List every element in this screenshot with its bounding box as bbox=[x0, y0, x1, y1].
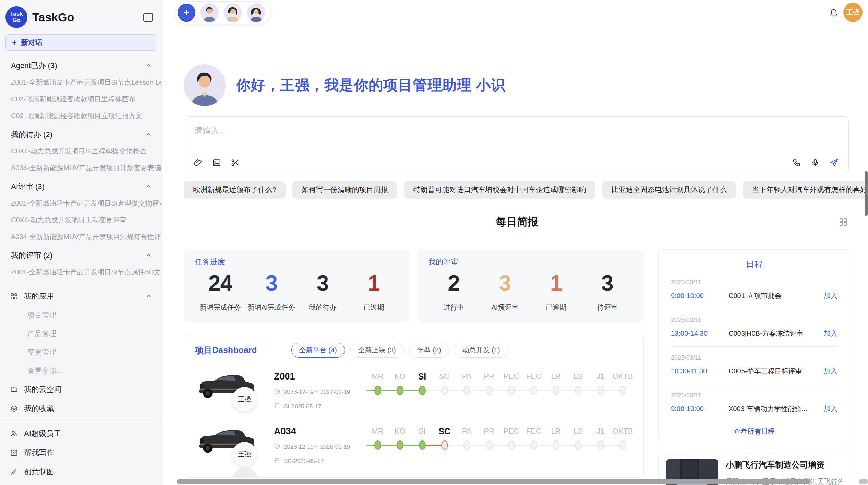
sidebar-item[interactable]: Z001-全新燃油轻卡产品开发项目SI节点属性5D文件评审 bbox=[0, 264, 161, 281]
schedule-event: 2025/03/1110:30-11:30C005-整车工程目标评审加入 bbox=[671, 347, 837, 384]
join-button[interactable]: 加入 bbox=[824, 329, 837, 338]
sidebar-item-my-apps[interactable]: 我的应用 bbox=[0, 287, 161, 306]
user-avatar[interactable]: 王强 bbox=[843, 3, 863, 22]
section-label: 我的待办 (2) bbox=[11, 129, 146, 140]
sidebar-section-header[interactable]: Agent已办 (3) bbox=[0, 55, 161, 74]
sidebar-item-creative-drawing[interactable]: 创意制图 bbox=[0, 462, 161, 482]
project-info: A0342023-12-19 ~ 2026-01-19SC-2025-05-17 bbox=[274, 425, 366, 465]
milestone-dot bbox=[575, 440, 582, 450]
project-flag-date: SI-2025-05-17 bbox=[284, 403, 321, 410]
milestone-label: OKTB bbox=[612, 426, 634, 436]
project-row[interactable]: 王强A0342023-12-19 ~ 2026-01-19SC-2025-05-… bbox=[195, 425, 632, 467]
milestone-label: KO bbox=[389, 426, 411, 436]
sidebar-item[interactable]: C0X4-动力总成开发项目工程变更评审 bbox=[0, 212, 161, 228]
sidebar-subitem-view-all-apps[interactable]: 查看全部... bbox=[0, 361, 161, 380]
sidebar-sections: Agent已办 (3)Z001-全新燃油皮卡产品开发项目SI节点Lesson L… bbox=[0, 55, 161, 281]
milestone-labels: MRKOSISCPAPRPECFECLRLSJ1OKTB bbox=[366, 371, 634, 382]
stat-label: 新增完成任务 bbox=[195, 303, 246, 312]
milestone-dot bbox=[419, 386, 426, 395]
attachment-icon[interactable] bbox=[194, 158, 203, 167]
sidebar-item[interactable]: C02-飞腾新能源轻客改款项目里程碑画布 bbox=[0, 91, 161, 108]
sidebar-item[interactable]: C02-飞腾新能源轻客改款项目立项汇报方案 bbox=[0, 108, 161, 124]
stat: 3我的待办 bbox=[297, 269, 348, 312]
notification-bell-icon[interactable] bbox=[829, 8, 839, 18]
stat-value: 1 bbox=[348, 271, 399, 295]
sidebar-item-cloud-space[interactable]: 我的云空间 bbox=[0, 380, 161, 399]
project-list: 王强Z0012023-12-19 ~ 2027-01-19SI-2025-05-… bbox=[195, 370, 632, 467]
milestone-dot bbox=[530, 386, 537, 395]
join-button[interactable]: 加入 bbox=[824, 291, 837, 300]
project-flag-milestone: SI-2025-05-17 bbox=[274, 402, 366, 411]
suggestion-chip[interactable]: 欧洲新规最近颁布了什么? bbox=[184, 181, 286, 199]
stat: 3新增AI完成任务 bbox=[246, 269, 297, 312]
join-button[interactable]: 加入 bbox=[824, 404, 837, 413]
dashboard-tab[interactable]: 全新平台 (4) bbox=[291, 343, 345, 358]
mic-icon[interactable] bbox=[811, 158, 820, 167]
milestone-label: PEC bbox=[500, 426, 522, 436]
sidebar-item-favorites[interactable]: 我的收藏 bbox=[0, 399, 161, 418]
left-column: 任务进度24新增完成任务3新增AI完成任务3我的待办1已逾期我的评审2进行中3A… bbox=[184, 249, 644, 478]
logo-line2: Go bbox=[12, 17, 21, 23]
suggestion-chip[interactable]: 如何写一份清晰的项目周报 bbox=[292, 181, 397, 199]
milestone-label: MR bbox=[366, 426, 389, 436]
sidebar-subitem-product-mgmt[interactable]: 产品管理 bbox=[0, 324, 161, 343]
image-icon[interactable] bbox=[212, 158, 221, 167]
milestone-dot bbox=[619, 386, 626, 395]
milestone-label: LS bbox=[567, 426, 589, 436]
event-row: 9:00-10:00C001-立项审批会加入 bbox=[671, 291, 837, 300]
agent-avatar-1[interactable] bbox=[200, 3, 219, 22]
schedule-event: 2025/03/119:00-10:00X003-车辆动力学性能验...加入 bbox=[671, 384, 837, 422]
greeting-block: 你好，王强，我是你的项目管理助理 小识 bbox=[184, 64, 506, 106]
event-name: C001-立项审批会 bbox=[728, 291, 824, 300]
sidebar-section-header[interactable]: 我的待办 (2) bbox=[0, 124, 161, 143]
sidebar-section-header[interactable]: 我的评审 (2) bbox=[0, 245, 161, 264]
join-button[interactable]: 加入 bbox=[824, 366, 837, 376]
chat-input[interactable] bbox=[194, 124, 839, 147]
sidebar-item[interactable]: Z001-全新燃油皮卡产品开发项目SI节点Lesson Learn报告 bbox=[0, 74, 161, 91]
phone-icon[interactable] bbox=[792, 158, 801, 167]
project-row[interactable]: 王强Z0012023-12-19 ~ 2027-01-19SI-2025-05-… bbox=[195, 370, 632, 412]
horizontal-scrollbar-thumb[interactable] bbox=[177, 479, 811, 484]
sidebar-item[interactable]: A034-全新新能源MUV产品开发项目计划变更表编写 bbox=[0, 160, 161, 176]
event-row: 9:00-10:00X003-车辆动力学性能验...加入 bbox=[671, 404, 837, 413]
dashboard-tab[interactable]: 年型 (2) bbox=[409, 343, 449, 358]
milestone-label: FEC bbox=[522, 426, 545, 436]
dashboard-tab[interactable]: 动总开发 (1) bbox=[455, 343, 508, 358]
sidebar-item-ai-super-staff[interactable]: AI超级员工 bbox=[0, 424, 161, 443]
sidebar-item[interactable]: Z001-全新燃油轻卡产品开发项目SI造型提交物评审 bbox=[0, 195, 161, 212]
agent-avatar-2[interactable] bbox=[224, 3, 242, 22]
sidebar-item-help-me-write[interactable]: 帮我写作 bbox=[0, 443, 161, 462]
assistant-avatar bbox=[184, 64, 226, 106]
milestone-timeline: MRKOSISCPAPRPECFECLRLSJ1OKTB bbox=[366, 370, 634, 397]
milestone-dot bbox=[597, 440, 604, 450]
vertical-scrollbar-thumb[interactable] bbox=[865, 171, 868, 216]
milestone-label: J1 bbox=[589, 426, 612, 436]
event-date: 2025/03/11 bbox=[671, 392, 837, 399]
sidebar-section-header[interactable]: AI评审 (3) bbox=[0, 176, 161, 195]
layout-grid-icon[interactable] bbox=[839, 217, 848, 227]
milestone-dot bbox=[441, 386, 448, 395]
event-time: 13:00-14:30 bbox=[671, 329, 728, 337]
project-dashboard-card: 项目Dashboard 全新平台 (4)全新上装 (3)年型 (2)动总开发 (… bbox=[184, 334, 644, 478]
sidebar-item[interactable]: C0X4-动力总成开发项目SI里程碑提交物检查 bbox=[0, 143, 161, 160]
suggestion-chip[interactable]: 特朗普可能对进口汽车增税会对中国车企造成哪些影响 bbox=[404, 181, 595, 199]
sidebar-subitem-change-mgmt[interactable]: 变更管理 bbox=[0, 343, 161, 361]
suggestion-chip[interactable]: 比亚迪全固态电池计划具体说了什么 bbox=[602, 181, 736, 199]
view-all-schedule-link[interactable]: 查看所有日程 bbox=[659, 422, 850, 444]
new-chat-button[interactable]: + 新对话 bbox=[5, 34, 156, 51]
sidebar-subitem-project-mgmt[interactable]: 项目管理 bbox=[0, 306, 161, 324]
next-row-peek bbox=[232, 468, 258, 478]
horizontal-scrollbar-end[interactable] bbox=[859, 479, 868, 484]
send-icon[interactable] bbox=[829, 158, 839, 167]
my-apps-label: 我的应用 bbox=[24, 291, 54, 301]
briefing-columns: 任务进度24新增完成任务3新增AI完成任务3我的待办1已逾期我的评审2进行中3A… bbox=[184, 249, 850, 485]
divider bbox=[0, 284, 161, 284]
sidebar-item[interactable]: A034-全新新能源MUV产品开发项目法规符合性评审 bbox=[0, 228, 161, 245]
suggestion-chip[interactable]: 当下年轻人对汽车外观有怎样的喜好趋势 bbox=[743, 181, 868, 199]
star-badge-icon bbox=[10, 405, 18, 412]
sidebar-collapse-icon[interactable] bbox=[143, 13, 153, 22]
dashboard-tab[interactable]: 全新上装 (3) bbox=[350, 343, 404, 358]
scissors-icon[interactable] bbox=[231, 158, 240, 167]
add-agent-button[interactable]: + bbox=[178, 4, 195, 22]
agent-avatar-3[interactable] bbox=[247, 3, 265, 22]
